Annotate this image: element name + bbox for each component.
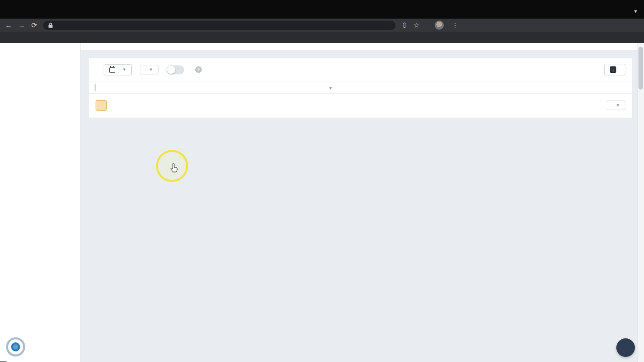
results-per-page-dropdown[interactable]: ▼ bbox=[607, 101, 625, 110]
results-card: ▼ ▼ ? ↓ bbox=[88, 58, 633, 118]
bookmarks-bar bbox=[0, 32, 644, 43]
keywords-table: ▼ bbox=[89, 81, 632, 94]
chevron-down-icon: ▼ bbox=[122, 67, 126, 72]
ahrefs-page: ▼ ▼ ? ↓ bbox=[0, 43, 644, 362]
select-all-checkbox[interactable] bbox=[95, 83, 96, 92]
export-file-icon: ↓ bbox=[610, 66, 616, 73]
minimize-window-icon[interactable] bbox=[19, 7, 25, 13]
compare-dropdown[interactable]: ▼ bbox=[140, 65, 158, 74]
col-keyword[interactable] bbox=[117, 86, 235, 88]
col-url[interactable] bbox=[366, 86, 533, 88]
table-header: ▼ bbox=[89, 81, 632, 94]
sidebar bbox=[0, 43, 80, 362]
multiple-urls-label: ? bbox=[192, 66, 202, 73]
filter-bar bbox=[80, 43, 644, 50]
calendar-icon bbox=[109, 67, 115, 73]
help-tooltip-icon[interactable]: ? bbox=[195, 66, 202, 73]
col-updated[interactable] bbox=[590, 86, 632, 88]
card-footer: ▼ bbox=[89, 94, 632, 118]
chevron-down-icon: ▼ bbox=[149, 67, 153, 72]
window-controls bbox=[0, 0, 44, 19]
chrome-menu-icon[interactable]: ⋮ bbox=[452, 22, 458, 29]
chevron-down-icon: ▼ bbox=[616, 103, 620, 108]
bookmark-star-icon[interactable]: ☆ bbox=[413, 22, 420, 29]
zoom-window-icon[interactable] bbox=[29, 7, 35, 13]
back-icon[interactable]: ← bbox=[5, 22, 12, 29]
tab-search-chevron-icon[interactable]: ▾ bbox=[631, 8, 644, 19]
pagination-page-1[interactable] bbox=[96, 100, 107, 111]
tab-bar: ▾ bbox=[0, 0, 644, 19]
browser-chrome: ▾ ← → ⟳ ⇧ ☆ ⋮ bbox=[0, 0, 644, 43]
col-sf[interactable] bbox=[235, 86, 250, 88]
content-area: ▼ ▼ ? ↓ bbox=[80, 50, 644, 362]
reload-icon[interactable]: ⟳ bbox=[31, 22, 37, 29]
profile-avatar[interactable] bbox=[435, 21, 444, 30]
multiple-urls-toggle[interactable] bbox=[167, 65, 184, 74]
col-traffic[interactable]: ▼ bbox=[318, 83, 343, 92]
sort-desc-icon: ▼ bbox=[329, 86, 333, 90]
padlock-icon bbox=[48, 23, 53, 28]
col-kd[interactable] bbox=[277, 86, 294, 88]
page-scrollbar[interactable] bbox=[637, 43, 644, 362]
col-volume[interactable] bbox=[250, 86, 277, 88]
close-window-icon[interactable] bbox=[9, 7, 15, 13]
help-button[interactable] bbox=[616, 338, 635, 357]
col-position[interactable] bbox=[343, 86, 366, 88]
url-bar: ← → ⟳ ⇧ ☆ ⋮ bbox=[0, 19, 644, 32]
new-tab-button[interactable] bbox=[617, 16, 631, 19]
tab-strip bbox=[97, 0, 617, 19]
forward-icon[interactable]: → bbox=[18, 22, 25, 29]
date-picker-button[interactable]: ▼ bbox=[104, 64, 132, 75]
main-panel: ▼ ▼ ? ↓ bbox=[80, 43, 644, 362]
col-cpc[interactable] bbox=[294, 86, 318, 88]
address-input[interactable] bbox=[43, 21, 395, 30]
share-icon[interactable]: ⇧ bbox=[401, 22, 408, 29]
controls-row: ▼ ▼ ? ↓ bbox=[89, 58, 632, 81]
scrollbar-thumb[interactable] bbox=[638, 47, 643, 89]
export-button[interactable]: ↓ bbox=[604, 64, 625, 75]
